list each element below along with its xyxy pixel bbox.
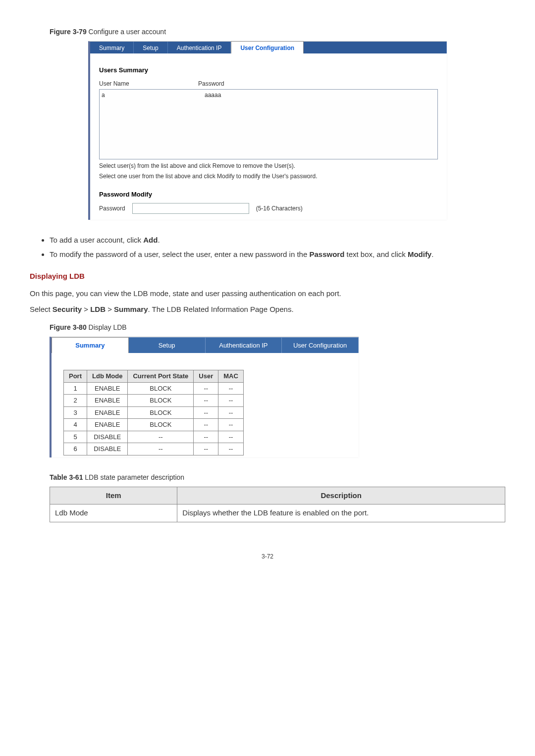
- user-row-name[interactable]: a: [100, 90, 203, 159]
- ldb-cell-port: 1: [64, 382, 87, 395]
- tab2-user-configuration[interactable]: User Configuration: [282, 337, 359, 353]
- td-desc: Displays whether the LDB feature is enab…: [177, 504, 505, 522]
- h-user: User: [194, 370, 218, 383]
- figure80-label: Figure 3-80: [50, 323, 87, 331]
- ldb-cell-user: --: [194, 382, 218, 395]
- b1-pre: To add a user account, click: [50, 236, 143, 244]
- bullet-add: To add a user account, click Add.: [50, 235, 505, 246]
- ldb-cell-mode: ENABLE: [87, 395, 128, 407]
- p2-pre: Select: [30, 305, 53, 313]
- figure79-tabbar: Summary Setup Authentication IP User Con…: [90, 42, 447, 53]
- tab2-summary[interactable]: Summary: [52, 337, 129, 353]
- b2-mid: text box, and click: [344, 250, 408, 258]
- ldb-cell-port: 4: [64, 419, 87, 431]
- tab2-authentication-ip[interactable]: Authentication IP: [206, 337, 282, 353]
- figure79-screenshot: Summary Setup Authentication IP User Con…: [88, 41, 447, 220]
- ldb-cell-state: BLOCK: [128, 406, 194, 419]
- b1-post: .: [158, 236, 160, 244]
- p2-b3: Summary: [114, 305, 148, 313]
- ldb-cell-mode: ENABLE: [87, 406, 128, 419]
- td-item: Ldb Mode: [50, 504, 177, 522]
- ldb-header-row: Port Ldb Mode Current Port State User MA…: [64, 370, 244, 383]
- table61-caption: LDB state parameter description: [85, 473, 184, 481]
- ldb-cell-user: --: [194, 431, 218, 443]
- bullet-modify: To modify the password of a user, select…: [50, 249, 505, 260]
- ldb-cell-state: BLOCK: [128, 382, 194, 395]
- user-row-pass: aaaaa: [203, 90, 437, 159]
- table61: Item Description Ldb Mode Displays wheth…: [50, 487, 505, 522]
- ldb-cell-user: --: [194, 419, 218, 431]
- ldb-cell-mac: --: [218, 419, 244, 431]
- ldb-row: 5DISABLE------: [64, 431, 244, 443]
- ldb-cell-mode: DISABLE: [87, 443, 128, 455]
- th-description: Description: [177, 487, 505, 504]
- tab-summary[interactable]: Summary: [90, 42, 134, 53]
- ldb-cell-mode: DISABLE: [87, 431, 128, 443]
- ldb-intro: On this page, you can view the LDB mode,…: [30, 288, 505, 300]
- col-password: Password: [198, 79, 438, 88]
- instruction-list: To add a user account, click Add. To mod…: [50, 235, 505, 260]
- ldb-table: Port Ldb Mode Current Port State User MA…: [63, 370, 244, 455]
- password-label: Password: [99, 204, 125, 213]
- b2-post: .: [431, 250, 433, 258]
- figure80-tabbar: Summary Setup Authentication IP User Con…: [52, 337, 359, 353]
- tab2-setup[interactable]: Setup: [129, 337, 206, 353]
- col-user-name: User Name: [99, 79, 198, 88]
- h-current-port-state: Current Port State: [128, 370, 194, 383]
- p2-post: . The LDB Related Information Page Opens…: [148, 305, 293, 313]
- ldb-cell-port: 6: [64, 443, 87, 455]
- ldb-row: 1ENABLEBLOCK----: [64, 382, 244, 395]
- password-note: (5-16 Characters): [256, 204, 303, 213]
- p2-b2: LDB: [90, 305, 106, 313]
- ldb-cell-port: 5: [64, 431, 87, 443]
- password-input[interactable]: [132, 203, 249, 214]
- p2-gt2: >: [106, 305, 114, 313]
- b2-pre: To modify the password of a user, select…: [50, 250, 309, 258]
- b2-bold1: Password: [309, 250, 344, 258]
- password-modify-heading: Password Modify: [99, 190, 438, 200]
- ldb-cell-port: 2: [64, 395, 87, 407]
- ldb-cell-mac: --: [218, 406, 244, 419]
- figure79-label: Figure 3-79: [50, 28, 87, 36]
- ldb-cell-mac: --: [218, 382, 244, 395]
- ldb-cell-user: --: [194, 443, 218, 455]
- ldb-cell-state: BLOCK: [128, 395, 194, 407]
- table61-title: Table 3-61 LDB state parameter descripti…: [50, 472, 505, 483]
- table61-row-ldb-mode: Ldb Mode Displays whether the LDB featur…: [50, 504, 505, 522]
- ldb-cell-state: BLOCK: [128, 419, 194, 431]
- ldb-nav: Select Security > LDB > Summary. The LDB…: [30, 304, 505, 315]
- h-port: Port: [64, 370, 87, 383]
- b1-bold: Add: [143, 236, 158, 244]
- ldb-row: 3ENABLEBLOCK----: [64, 406, 244, 419]
- tab-authentication-ip[interactable]: Authentication IP: [168, 42, 231, 53]
- section-heading-displaying-ldb: Displaying LDB: [30, 271, 505, 282]
- ldb-row: 2ENABLEBLOCK----: [64, 395, 244, 407]
- tab-setup[interactable]: Setup: [134, 42, 167, 53]
- ldb-cell-user: --: [194, 395, 218, 407]
- users-listbox[interactable]: a aaaaa: [99, 89, 438, 159]
- users-table-header: User Name Password: [99, 79, 438, 88]
- figure80-screenshot: Summary Setup Authentication IP User Con…: [50, 337, 359, 457]
- b2-bold2: Modify: [408, 250, 431, 258]
- h-ldb-mode: Ldb Mode: [87, 370, 128, 383]
- tab-user-configuration[interactable]: User Configuration: [231, 41, 304, 53]
- figure79-caption: Configure a user account: [89, 28, 166, 36]
- ldb-cell-state: --: [128, 443, 194, 455]
- ldb-row: 6DISABLE------: [64, 443, 244, 455]
- table61-header-row: Item Description: [50, 487, 505, 504]
- table61-label: Table 3-61: [50, 473, 83, 481]
- th-item: Item: [50, 487, 177, 504]
- users-summary-heading: Users Summary: [99, 65, 438, 75]
- p2-b1: Security: [53, 305, 82, 313]
- ldb-cell-mode: ENABLE: [87, 382, 128, 395]
- ldb-cell-state: --: [128, 431, 194, 443]
- ldb-cell-mode: ENABLE: [87, 419, 128, 431]
- figure80-title: Figure 3-80 Display LDB: [50, 322, 505, 333]
- figure79-title: Figure 3-79 Configure a user account: [50, 27, 505, 37]
- ldb-cell-port: 3: [64, 406, 87, 419]
- page-number: 3-72: [30, 552, 505, 561]
- p2-gt1: >: [82, 305, 90, 313]
- ldb-cell-user: --: [194, 406, 218, 419]
- ldb-cell-mac: --: [218, 443, 244, 455]
- ldb-cell-mac: --: [218, 431, 244, 443]
